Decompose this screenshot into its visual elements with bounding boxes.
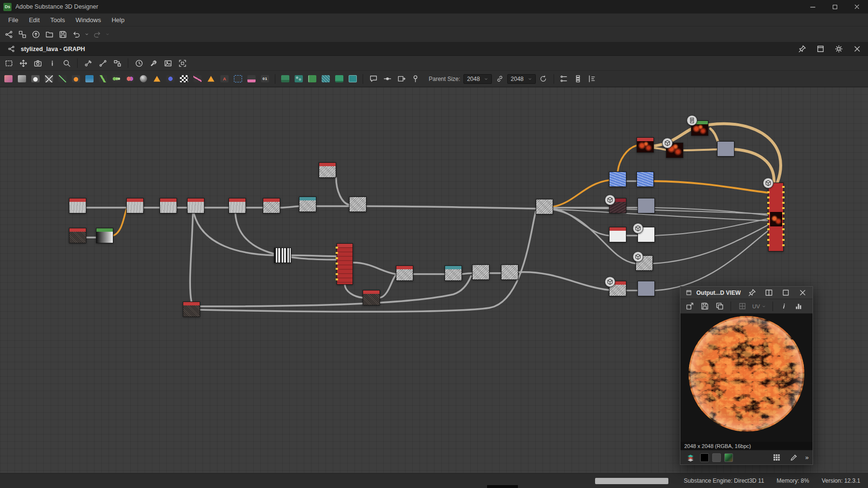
save-icon[interactable] [56, 28, 69, 40]
hsl-icon[interactable] [164, 73, 176, 84]
bit-depth-icon[interactable]: 01 [259, 73, 271, 84]
align-pins-icon[interactable] [586, 73, 598, 85]
close-icon[interactable] [796, 287, 809, 299]
export-image-icon[interactable] [683, 300, 696, 313]
timing-icon[interactable] [133, 57, 145, 69]
transform-2d-icon[interactable] [736, 300, 748, 313]
graph-node[interactable] [299, 197, 316, 212]
node-badge-cube[interactable] [605, 195, 615, 205]
node-input-pins[interactable] [767, 186, 770, 248]
graph-node[interactable] [637, 198, 655, 213]
layers-icon[interactable] [684, 451, 697, 464]
dot-node-icon[interactable] [381, 73, 393, 85]
graph-node[interactable] [126, 198, 144, 213]
pin-icon[interactable] [746, 287, 758, 299]
float-window-icon[interactable] [814, 43, 827, 55]
pin-node-icon[interactable] [409, 73, 421, 85]
undo-icon[interactable] [70, 28, 82, 40]
open-icon[interactable] [43, 28, 55, 40]
graph-node[interactable] [183, 302, 200, 317]
close-icon[interactable] [851, 43, 863, 55]
maximize-icon[interactable] [779, 287, 792, 299]
pin-icon[interactable] [796, 43, 808, 55]
graph-node[interactable] [536, 199, 553, 214]
crop-icon[interactable] [232, 73, 244, 84]
graph-node[interactable] [337, 243, 353, 285]
graph-node[interactable] [609, 227, 626, 242]
warp-icon[interactable] [151, 73, 163, 84]
node-output-pins[interactable] [782, 186, 785, 248]
graph-node[interactable] [69, 228, 86, 243]
expose-pins-icon[interactable] [558, 73, 570, 85]
graph-node[interactable] [637, 137, 654, 153]
histogram-icon[interactable] [793, 300, 805, 313]
grayscale-droplet-icon[interactable] [29, 73, 41, 84]
tools-icon[interactable] [147, 57, 160, 69]
tile-generator-icon[interactable] [279, 73, 291, 84]
tile-sampler-icon[interactable] [320, 73, 332, 84]
frame-grid-icon[interactable] [176, 57, 189, 69]
pan-icon[interactable] [17, 57, 29, 69]
redo-icon[interactable] [91, 28, 103, 40]
node-badge-cube[interactable] [763, 178, 773, 188]
size-reset-icon[interactable] [537, 73, 550, 85]
node-badge-cube[interactable] [633, 223, 643, 234]
link-resource-icon[interactable] [16, 28, 28, 40]
graph-node[interactable] [501, 264, 518, 280]
graph-node[interactable] [96, 228, 113, 243]
graph-node[interactable] [363, 290, 380, 305]
node-input-pins[interactable] [336, 247, 338, 281]
comment-icon[interactable] [367, 73, 380, 85]
redo-history-icon[interactable] [104, 28, 110, 40]
shape-icon[interactable] [306, 73, 318, 84]
graph-node[interactable] [263, 198, 280, 213]
graph-node[interactable] [160, 198, 177, 213]
menu-tools[interactable]: Tools [45, 13, 70, 26]
settings-gear-icon[interactable] [832, 43, 845, 55]
color-sample-icon[interactable] [788, 451, 800, 464]
background-gray-swatch[interactable] [712, 453, 721, 462]
menu-windows[interactable]: Windows [70, 13, 107, 26]
panel-titlebar[interactable]: Output...D VIEW [680, 287, 813, 299]
graph-node[interactable] [349, 197, 366, 212]
undo-history-icon[interactable] [83, 28, 90, 40]
uv-dropdown[interactable]: UV [751, 303, 768, 309]
uniform-color-icon[interactable] [2, 73, 14, 84]
graph-node[interactable] [637, 281, 655, 296]
gradient-icon[interactable] [205, 73, 217, 84]
curve-icon[interactable] [56, 73, 68, 84]
graph-node[interactable] [717, 141, 734, 157]
new-package-icon[interactable] [2, 28, 15, 40]
graph-node[interactable] [472, 264, 489, 280]
node-badge-cube[interactable] [662, 138, 673, 148]
fill-icon[interactable] [245, 73, 258, 84]
node-badge-doc[interactable] [687, 115, 697, 126]
checker-icon[interactable] [178, 73, 190, 84]
menu-edit[interactable]: Edit [24, 13, 45, 26]
more-icon[interactable]: » [805, 454, 809, 461]
graph-node[interactable] [637, 171, 654, 187]
node-info-icon[interactable] [46, 57, 58, 69]
parent-width-select[interactable]: 2048 [463, 74, 492, 84]
graph-node[interactable] [229, 198, 246, 213]
slope-blur-icon[interactable] [97, 73, 109, 84]
curves-icon[interactable] [191, 73, 203, 84]
levels-icon[interactable] [110, 73, 122, 84]
thumbnail-toggle-icon[interactable] [162, 57, 174, 69]
marquee-select-icon[interactable] [2, 57, 15, 69]
menu-file[interactable]: File [3, 13, 24, 26]
histogram-scan-icon[interactable] [333, 73, 345, 84]
node-display-icon[interactable] [111, 57, 123, 69]
save-image-icon[interactable] [698, 300, 711, 313]
graph-node[interactable] [69, 198, 86, 213]
close-button[interactable] [846, 0, 868, 13]
background-black-swatch[interactable] [700, 453, 709, 462]
splatter-icon[interactable] [293, 73, 305, 84]
background-image-swatch[interactable] [724, 453, 733, 462]
size-link-icon[interactable] [493, 73, 506, 85]
image-info-icon[interactable] [778, 300, 790, 313]
screenshot-icon[interactable] [31, 57, 44, 69]
graph-node[interactable] [274, 248, 291, 263]
menu-help[interactable]: Help [106, 13, 130, 26]
split-icon[interactable] [762, 287, 775, 299]
